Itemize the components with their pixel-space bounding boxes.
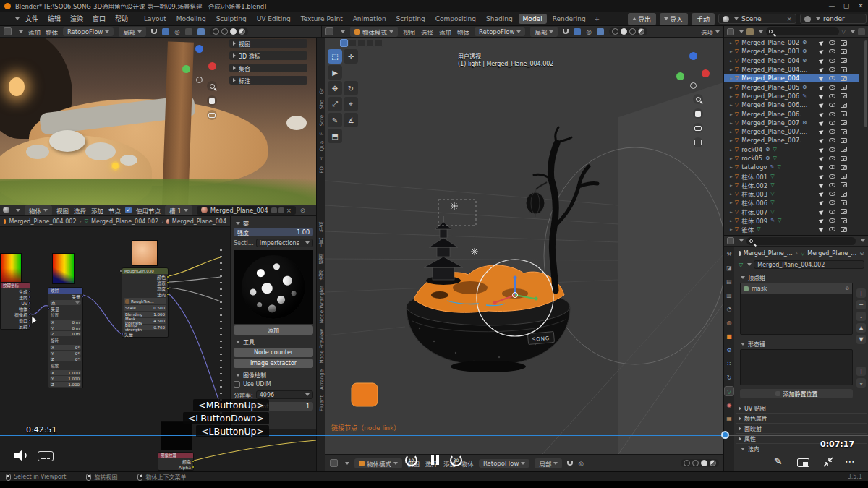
object-name[interactable]: Merged_Plane_004	[741, 57, 799, 64]
axis-y-ball[interactable]	[182, 65, 190, 73]
selectable-toggle-icon[interactable]	[819, 67, 825, 72]
param-slider[interactable]: Bump strength0.760	[124, 325, 166, 330]
workspace-tab[interactable]: Sculpting	[212, 14, 251, 24]
expand-arrow-icon[interactable]: ►	[730, 165, 733, 169]
outliner-row[interactable]: ► ▽ Merged_Plane_006 ⚙ ✎ ▽	[724, 92, 859, 100]
expand-arrow-icon[interactable]: ►	[730, 129, 733, 134]
selectable-toggle-icon[interactable]	[819, 155, 825, 161]
selectable-toggle-icon[interactable]	[819, 102, 825, 108]
orange-cube-object[interactable]	[352, 383, 378, 406]
properties-tab[interactable]: ◉	[725, 401, 733, 409]
exit-fullscreen-icon[interactable]	[822, 455, 835, 468]
properties-search-input[interactable]	[746, 237, 856, 245]
main-3d-viewport[interactable]: SONG ⬚ ✛ ▶ ✥	[326, 38, 723, 454]
hide-viewport-icon[interactable]	[829, 67, 835, 72]
selectable-toggle-icon[interactable]	[819, 182, 825, 188]
resolution-dropdown[interactable]: 4096	[256, 390, 313, 399]
import-button[interactable]: 导入	[660, 13, 688, 25]
shape-keys-list[interactable]	[740, 349, 853, 385]
snap-target-icon[interactable]	[574, 28, 581, 35]
object-name[interactable]: tatalogo	[741, 163, 767, 171]
object-name[interactable]: Merged_Plane_004.001	[741, 66, 808, 73]
hide-viewport-icon[interactable]	[829, 49, 835, 53]
node-counter-button[interactable]: Node counter	[234, 348, 313, 357]
sidebar-tab[interactable]: Gr	[319, 88, 325, 94]
snap-magnet-icon[interactable]	[567, 461, 573, 466]
object-name[interactable]: 柱体.003	[741, 189, 767, 198]
manual-button[interactable]: 手动	[692, 13, 715, 25]
lasso-select-button[interactable]	[366, 39, 374, 47]
hide-render-icon[interactable]	[841, 76, 847, 81]
snap-magnet-icon[interactable]	[563, 29, 569, 34]
workspace-tab[interactable]: Texture Paint	[297, 14, 347, 24]
hide-viewport-icon[interactable]	[829, 210, 835, 214]
perspective-toggle-icon[interactable]	[693, 137, 703, 147]
hide-render-icon[interactable]	[841, 49, 847, 54]
add-button[interactable]: 添加	[234, 325, 313, 335]
pin-icon[interactable]: ⊙	[859, 250, 864, 257]
maximize-button[interactable]: ▢	[839, 2, 854, 9]
hide-viewport-icon[interactable]	[829, 218, 835, 223]
add-rest-position-button[interactable]: 添加静置位置	[740, 389, 853, 398]
selectable-toggle-icon[interactable]	[819, 75, 825, 81]
value-field[interactable]: X1.000	[50, 370, 81, 375]
outliner-row[interactable]: ► ▽ Merged_Plane_004.002 ⚙ ✎ ▽	[724, 74, 859, 82]
picture-in-picture-icon[interactable]	[797, 458, 809, 467]
mode-dropdown[interactable]: 物体模式	[354, 458, 402, 468]
properties-tab[interactable]: ↻	[725, 373, 733, 382]
move-up-button[interactable]: ▲	[856, 323, 866, 333]
expand-arrow-icon[interactable]: ►	[730, 59, 733, 63]
selectable-toggle-icon[interactable]	[819, 164, 825, 170]
retopoflow-menu[interactable]: RetopoFlow	[475, 27, 525, 36]
rendered-shading-button[interactable]	[638, 28, 644, 35]
expand-arrow-icon[interactable]: ►	[730, 147, 733, 152]
outliner-search-input[interactable]	[766, 27, 839, 35]
node-output-socket[interactable]: 法向	[122, 291, 168, 297]
value-field[interactable]: Y0 m	[50, 325, 81, 330]
expand-arrow-icon[interactable]: ►	[730, 94, 733, 98]
object-name[interactable]: 柱体.001	[741, 172, 767, 181]
axis-ball-hollow[interactable]	[196, 77, 203, 83]
breadcrumb-item[interactable]: Merged_Plane_004	[172, 218, 226, 225]
outliner-row[interactable]: ► ▽ 柱体.006 ⚙ ✎ ▽	[724, 198, 859, 207]
sidebar-tab[interactable]: PD	[319, 166, 325, 174]
pin-icon[interactable]: ⊙	[300, 207, 305, 214]
blender-menu-icon[interactable]	[5, 14, 13, 22]
selectable-toggle-icon[interactable]	[819, 173, 825, 179]
properties-tab[interactable]: ⚒	[725, 249, 733, 258]
outliner-row[interactable]: ► ▽ 柱体.001 ⚙ ✎ ▽	[724, 171, 859, 180]
color-attributes-panel[interactable]: 颜色属性	[734, 414, 868, 423]
outliner-row[interactable]: ► ▽ Merged_Plane_002 ⚙ ✎ ▽	[724, 38, 859, 47]
sidebar-tab[interactable]: 视图	[318, 254, 326, 264]
node-output-socket[interactable]: 反射	[1, 323, 30, 329]
outliner-row[interactable]: ► ▽ 锥体 ⚙ ✎ ▽	[724, 225, 859, 234]
solid-shading-button[interactable]	[221, 28, 228, 35]
image-extractor-button[interactable]: Image extractor	[234, 359, 313, 368]
sidebar-tab[interactable]: 选项	[318, 270, 326, 280]
object-name[interactable]: Merged_Plane_007.001	[741, 128, 808, 135]
editor-type-icon[interactable]	[330, 459, 338, 467]
hide-viewport-icon[interactable]	[829, 112, 835, 116]
add-shape-key-button[interactable]: ＋	[856, 367, 866, 376]
sidebar-panel-header[interactable]: 视图	[229, 39, 307, 48]
collection-icon[interactable]	[746, 28, 754, 35]
cursor-tool[interactable]: ✛	[344, 49, 358, 64]
hide-viewport-icon[interactable]	[829, 227, 835, 231]
play-tool[interactable]: ▶	[328, 65, 342, 80]
selectable-toggle-icon[interactable]	[819, 48, 825, 54]
image-texture-node[interactable]: 图像纹理 颜色Alpha	[158, 452, 194, 471]
outliner-row[interactable]: ► ▽ 柱体.009 ⚙ ✎ ▽	[724, 216, 859, 225]
object-name[interactable]: Merged_Plane_003	[741, 48, 799, 55]
menu-item[interactable]: 物体	[457, 27, 469, 36]
minimize-button[interactable]: —	[825, 2, 839, 9]
sidebar-panel-header[interactable]: 3D 游标	[229, 51, 307, 60]
hide-viewport-icon[interactable]	[829, 183, 835, 187]
hide-render-icon[interactable]	[841, 182, 847, 187]
expand-arrow-icon[interactable]: ►	[730, 112, 733, 116]
hand-pan-icon[interactable]	[207, 95, 217, 106]
material-selector[interactable]: Merged_Plane_004 ×	[197, 206, 296, 215]
material-shading-button[interactable]	[629, 28, 636, 35]
vector-input[interactable]: 矢量	[48, 306, 82, 312]
hide-render-icon[interactable]	[841, 227, 847, 232]
proportional-edit-icon[interactable]: ◎	[578, 460, 583, 467]
